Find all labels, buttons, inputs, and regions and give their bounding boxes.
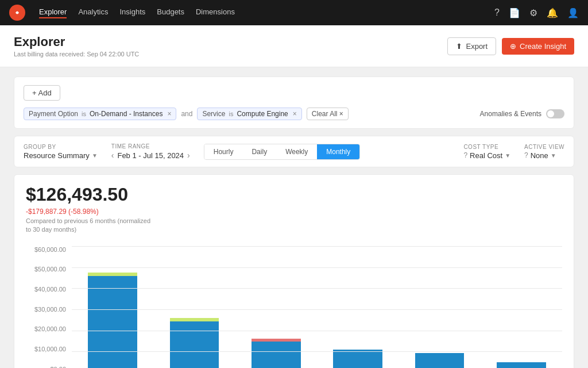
bar-mar <box>153 246 235 368</box>
grid-line-4 <box>72 331 562 331</box>
clear-all-button[interactable]: Clear All × <box>307 108 349 120</box>
filter-add-row: + Add <box>24 85 564 101</box>
chip-close-service[interactable]: × <box>293 110 297 118</box>
cost-delta: -$179,887.29 (-58.98%) <box>26 208 562 216</box>
chart-area: $60,000.00 $50,000.00 $40,000.00 $30,000… <box>26 246 562 368</box>
chip-val-service: Compute Engine <box>237 110 288 118</box>
nav-budgets[interactable]: Budgets <box>157 7 184 18</box>
help-icon[interactable]: ? <box>494 7 500 18</box>
group-by-label: Group By <box>24 144 98 150</box>
bar-may-seg1 <box>333 350 382 368</box>
tab-daily[interactable]: Daily <box>242 144 276 159</box>
add-filter-button[interactable]: + Add <box>24 85 60 101</box>
group-by-value[interactable]: Resource Summary ▼ <box>24 151 98 160</box>
page: Explorer Last billing data received: Sep… <box>0 25 588 368</box>
bar-feb-seg1 <box>88 276 137 368</box>
bar-jul-seg1 <box>497 362 546 368</box>
active-view-group: ? None ▼ <box>524 151 564 160</box>
grid-line-2 <box>72 288 562 289</box>
active-view-arrow: ▼ <box>551 152 556 159</box>
y-label-5: $10,000.00 <box>26 346 66 352</box>
time-tabs: Hourly Daily Weekly Monthly <box>204 144 361 160</box>
y-label-6: $0.00 <box>26 366 66 368</box>
y-label-2: $40,000.00 <box>26 286 66 293</box>
navbar-icons: ? 📄 ⚙ 🔔 👤 <box>494 7 579 18</box>
active-view-value[interactable]: None ▼ <box>531 151 556 160</box>
controls-row: Group By Resource Summary ▼ Time Range ‹… <box>14 136 574 167</box>
app-logo[interactable] <box>9 5 25 21</box>
tab-weekly[interactable]: Weekly <box>276 144 317 159</box>
active-view-control: Active View ? None ▼ <box>524 144 564 160</box>
page-title-group: Explorer Last billing data received: Sep… <box>14 34 139 57</box>
page-actions: ⬆ Export ⊕ Create Insight <box>447 37 574 55</box>
group-by-arrow: ▼ <box>92 152 98 159</box>
nav-dimensions[interactable]: Dimensions <box>196 7 235 18</box>
page-subtitle: Last billing data received: Sep 04 22:00… <box>14 51 139 57</box>
tab-monthly[interactable]: Monthly <box>317 144 359 159</box>
page-header: Explorer Last billing data received: Sep… <box>0 25 588 67</box>
create-insight-button[interactable]: ⊕ Create Insight <box>502 38 574 55</box>
docs-icon[interactable]: 📄 <box>509 7 520 18</box>
time-prev-button[interactable]: ‹ <box>111 151 114 160</box>
grid-line-0 <box>72 246 562 247</box>
y-label-1: $50,000.00 <box>26 266 66 273</box>
page-title: Explorer <box>14 34 139 49</box>
bar-apr <box>235 246 317 368</box>
filter-chip-service: Service is Compute Engine × <box>197 108 301 120</box>
chip-val-payment: On-Demand - Instances <box>90 110 163 118</box>
nav-links: Explorer Analytics Insights Budgets Dime… <box>39 7 481 18</box>
bar-apr-seg1 <box>252 342 300 368</box>
notifications-icon[interactable]: 🔔 <box>547 7 558 18</box>
export-button[interactable]: ⬆ Export <box>447 37 496 55</box>
time-range-value: Feb 1 - Jul 15, 2024 <box>117 151 184 160</box>
active-view-label: Active View <box>524 144 564 150</box>
nav-analytics[interactable]: Analytics <box>78 7 108 18</box>
chip-close-payment[interactable]: × <box>167 110 171 118</box>
account-icon[interactable]: 👤 <box>567 7 579 18</box>
nav-insights[interactable]: Insights <box>119 7 145 18</box>
time-next-button[interactable]: › <box>187 151 190 160</box>
y-label-4: $20,000.00 <box>26 325 66 332</box>
cost-type-label: Cost Type <box>463 144 510 150</box>
cost-type-arrow: ▼ <box>505 152 510 159</box>
cost-type-group: ? Real Cost ▼ <box>463 151 510 160</box>
bar-feb <box>72 246 153 368</box>
navbar: Explorer Analytics Insights Budgets Dime… <box>0 0 588 25</box>
grid-line-3 <box>72 309 562 310</box>
chip-key-service: Service <box>202 110 225 118</box>
nav-explorer[interactable]: Explorer <box>39 7 67 18</box>
export-label: Export <box>466 42 488 51</box>
total-cost: $126,493.50 <box>26 184 562 205</box>
cost-type-control: Cost Type ? Real Cost ▼ <box>463 144 510 160</box>
add-filter-label: + Add <box>32 89 52 97</box>
active-view-help-icon[interactable]: ? <box>524 151 528 159</box>
group-by-text: Resource Summary <box>24 151 90 160</box>
y-label-0: $60,000.00 <box>26 246 66 253</box>
metrics-panel: $126,493.50 -$179,887.29 (-58.98%) Compa… <box>14 174 574 368</box>
grid-line-1 <box>72 267 562 268</box>
create-insight-label: Create Insight <box>520 42 566 51</box>
bar-mar-seg1 <box>170 321 219 368</box>
export-icon: ⬆ <box>456 42 462 51</box>
anomalies-toggle-switch[interactable] <box>546 109 564 118</box>
bars-container <box>72 246 562 368</box>
chart-plot: $60,000.00 $50,000.00 $40,000.00 $30,000… <box>72 246 562 368</box>
chip-key-payment: Payment Option <box>29 110 78 118</box>
filter-panel: + Add Payment Option is On-Demand - Inst… <box>14 76 574 129</box>
tab-hourly[interactable]: Hourly <box>204 144 243 159</box>
anomalies-toggle: Anomalies & Events <box>480 109 564 118</box>
y-axis: $60,000.00 $50,000.00 $40,000.00 $30,000… <box>26 246 69 368</box>
cost-type-text: Real Cost <box>470 151 502 160</box>
group-by-control: Group By Resource Summary ▼ <box>24 144 98 160</box>
cost-type-value[interactable]: Real Cost ▼ <box>470 151 510 160</box>
bar-jun <box>399 246 480 368</box>
bar-jul <box>481 246 562 368</box>
filter-connector: and <box>181 110 192 118</box>
active-view-text: None <box>531 151 548 160</box>
time-range-control: Time Range ‹ Feb 1 - Jul 15, 2024 › <box>111 143 190 160</box>
bar-may <box>317 246 399 368</box>
main-content: + Add Payment Option is On-Demand - Inst… <box>0 67 588 368</box>
filter-chip-payment: Payment Option is On-Demand - Instances … <box>24 108 176 120</box>
settings-icon[interactable]: ⚙ <box>529 7 537 18</box>
cost-type-help-icon[interactable]: ? <box>463 151 467 159</box>
